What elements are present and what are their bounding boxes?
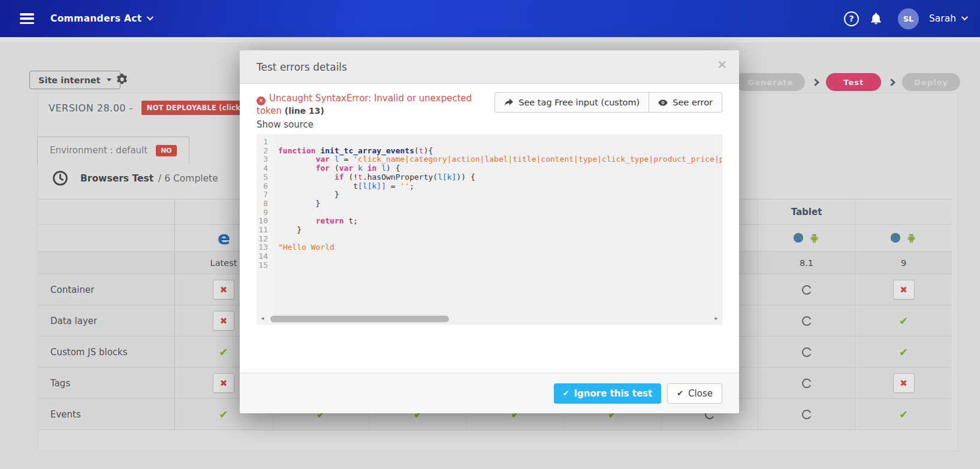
source-code-viewer: 123456789101112131415 function init_tc_a… — [257, 134, 722, 325]
ignore-test-label: Ignore this test — [574, 388, 653, 399]
code-line — [278, 235, 722, 244]
line-number: 10 — [257, 217, 268, 226]
code-line — [278, 252, 722, 261]
top-navbar: Commanders Act ? SL Sarah — [0, 0, 980, 37]
line-number: 14 — [257, 252, 268, 261]
code-line: } — [278, 199, 722, 208]
avatar-initials: SL — [903, 14, 914, 23]
code-line: for (var k in l) { — [278, 164, 722, 173]
line-number: 13 — [257, 243, 268, 252]
brand-selector[interactable]: Commanders Act — [50, 13, 152, 24]
code-line: if (!t.hasOwnProperty(l[k])) { — [278, 173, 722, 182]
modal-body: ✕Uncaught SyntaxError: Invalid or unexpe… — [240, 84, 739, 325]
see-error-label: See error — [673, 98, 713, 107]
see-tag-label: See tag Free input (custom) — [518, 98, 640, 107]
chevron-down-icon — [961, 13, 968, 20]
ignore-test-button[interactable]: ✔ Ignore this test — [554, 383, 662, 404]
see-tag-button[interactable]: See tag Free input (custom) — [495, 93, 649, 112]
hamburger-menu-icon[interactable] — [20, 13, 34, 24]
code-line: return t; — [278, 217, 722, 226]
code-gutter: 123456789101112131415 — [257, 134, 273, 325]
line-number: 11 — [257, 226, 268, 235]
error-circle-icon: ✕ — [257, 96, 266, 105]
scroll-right-arrow-icon[interactable]: ▶ — [713, 314, 719, 323]
check-icon: ✔ — [563, 389, 569, 398]
show-source-label: Show source — [257, 119, 722, 130]
code-line: } — [278, 190, 722, 199]
code-line — [278, 261, 722, 270]
line-number: 15 — [257, 261, 268, 270]
modal-close-label: Close — [688, 388, 713, 399]
code-line: t[l[k]] = ''; — [278, 182, 722, 191]
modal-header: Test errors details — [240, 50, 739, 84]
error-message-block: ✕Uncaught SyntaxError: Invalid or unexpe… — [257, 92, 481, 117]
modal-footer: ✔ Ignore this test ✔ Close — [240, 373, 739, 413]
code-line: } — [278, 226, 722, 235]
error-line-ref: (line 13) — [285, 106, 324, 116]
modal-title: Test errors details — [257, 61, 347, 73]
test-errors-modal: Test errors details × ✕Uncaught SyntaxEr… — [240, 50, 739, 413]
error-actions-group: See tag Free input (custom) See error — [494, 92, 722, 113]
modal-close-button[interactable]: ✔ Close — [667, 383, 722, 404]
eye-icon — [658, 99, 668, 106]
line-number: 1 — [257, 138, 268, 147]
chevron-down-icon — [146, 13, 153, 20]
scroll-left-arrow-icon[interactable]: ◀ — [260, 314, 266, 323]
see-error-button[interactable]: See error — [649, 93, 722, 112]
code-line: var l = 'click_name|category|action|labe… — [278, 155, 722, 164]
scrollbar-track[interactable] — [266, 314, 713, 323]
line-number: 2 — [257, 147, 268, 156]
avatar[interactable]: SL — [898, 8, 919, 29]
code-line — [278, 208, 722, 217]
horizontal-scrollbar: ◀ ▶ — [260, 314, 719, 323]
line-number: 5 — [257, 173, 268, 182]
line-number: 12 — [257, 235, 268, 244]
line-number: 9 — [257, 208, 268, 217]
close-icon[interactable]: × — [717, 58, 727, 70]
line-number: 3 — [257, 155, 268, 164]
scrollbar-thumb[interactable] — [270, 316, 449, 322]
user-menu[interactable]: Sarah — [929, 13, 966, 24]
share-arrow-icon — [504, 98, 514, 107]
code-line — [278, 138, 722, 147]
code-line: function init_tc_array_events(t){ — [278, 147, 722, 156]
code-line: "Hello World — [278, 243, 722, 252]
user-name: Sarah — [929, 13, 956, 24]
brand-label: Commanders Act — [50, 13, 142, 24]
code-content: function init_tc_array_events(t){ var l … — [273, 134, 722, 325]
check-icon: ✔ — [677, 389, 683, 398]
app-screen: Commanders Act ? SL Sarah Site internet … — [0, 0, 980, 469]
line-number: 7 — [257, 190, 268, 199]
line-number: 8 — [257, 199, 268, 208]
line-number: 4 — [257, 164, 268, 173]
help-icon[interactable]: ? — [844, 11, 859, 26]
line-number: 6 — [257, 182, 268, 191]
bell-icon[interactable] — [869, 11, 883, 26]
